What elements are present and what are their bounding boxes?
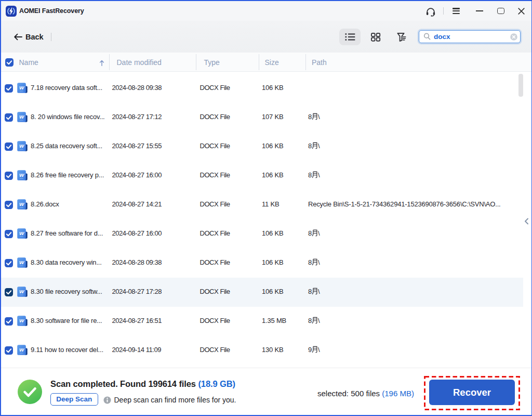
- svg-text:W: W: [19, 230, 24, 236]
- svg-text:W: W: [19, 201, 24, 207]
- svg-text:W: W: [19, 172, 24, 178]
- svg-text:W: W: [19, 114, 24, 120]
- svg-text:W: W: [19, 289, 24, 294]
- svg-text:W: W: [19, 259, 24, 265]
- svg-text:W: W: [19, 143, 24, 149]
- svg-text:W: W: [19, 85, 24, 90]
- svg-text:W: W: [19, 318, 24, 323]
- svg-text:W: W: [19, 347, 24, 353]
